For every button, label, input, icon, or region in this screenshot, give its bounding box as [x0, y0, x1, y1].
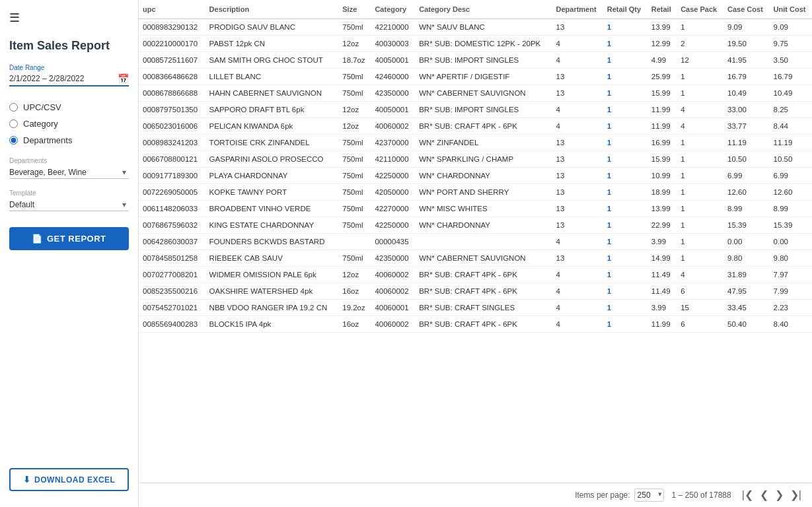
table-cell-category-desc: WN* MISC WHITES	[415, 201, 552, 217]
table-cell-department: 4	[552, 283, 603, 300]
table-cell-category-desc	[415, 234, 552, 250]
template-select[interactable]: Default	[9, 199, 129, 211]
table-cell-upc: 0061148206033	[139, 201, 205, 217]
table-cell-description: HAHN CABERNET SAUVIGNON	[205, 85, 339, 102]
departments-select[interactable]: Beverage, Beer, Wine	[9, 166, 129, 179]
table-cell-case-cost: 16.79	[723, 69, 770, 85]
date-range-input-row[interactable]: 📅	[9, 73, 129, 86]
table-cell-retail-qty: 1	[603, 300, 647, 316]
table-cell-department: 4	[552, 300, 603, 316]
table-cell-description: OAKSHIRE WATERSHED 4pk	[205, 283, 339, 300]
table-cell-case-pack: 1	[677, 69, 723, 85]
date-range-input[interactable]	[9, 74, 118, 83]
table-cell-unit-cost: 7.97	[770, 267, 812, 283]
table-cell-size: 750ml	[338, 69, 371, 85]
table-cell-retail-qty: 1	[603, 168, 647, 184]
table-cell-unit-cost: 16.79	[770, 69, 812, 85]
table-cell-category: 42250000	[371, 217, 415, 234]
table-cell-size: 750ml	[338, 184, 371, 201]
table-cell-case-pack: 1	[677, 151, 723, 168]
table-cell-department: 4	[552, 36, 603, 52]
table-row: 0070277008201WIDMER OMISSION PALE 6pk12o…	[139, 267, 812, 283]
table-cell-case-cost: 6.99	[723, 168, 770, 184]
sidebar: ☰ Item Sales Report Date Range 📅 UPC/CSV…	[0, 0, 139, 507]
table-cell-retail-qty: 1	[603, 36, 647, 52]
next-page-button[interactable]: ❯	[772, 489, 786, 502]
table-cell-retail: 22.99	[647, 217, 677, 234]
per-page-select[interactable]: 250 50 100 500	[634, 489, 664, 502]
table-cell-unit-cost: 0.00	[770, 234, 812, 250]
table-cell-description: GASPARINI ASOLO PROSECCO	[205, 151, 339, 168]
radio-departments[interactable]: Departments	[9, 135, 129, 145]
table-cell-size: 12oz	[338, 36, 371, 52]
calendar-icon[interactable]: 📅	[118, 73, 129, 84]
col-department: Department	[552, 0, 603, 19]
table-cell-category-desc: BR* SUB: CRAFT 4PK - 6PK	[415, 283, 552, 300]
last-page-button[interactable]: ❯|	[788, 489, 804, 502]
get-report-button[interactable]: 📄 GET REPORT	[9, 227, 129, 250]
table-row: 0065023016006PELICAN KIWANDA 6pk12oz4006…	[139, 118, 812, 135]
table-cell-retail: 11.99	[647, 102, 677, 118]
hamburger-icon[interactable]: ☰	[9, 11, 20, 25]
table-cell-retail: 10.99	[647, 168, 677, 184]
table-cell-retail: 11.49	[647, 283, 677, 300]
table-cell-department: 13	[552, 19, 603, 36]
table-row: 0008797501350SAPPORO DRAFT BTL 6pk12oz40…	[139, 102, 812, 118]
col-retail: Retail	[647, 0, 677, 19]
table-wrapper[interactable]: upc Description Size Category Category D…	[139, 0, 812, 483]
table-cell-case-cost: 33.77	[723, 118, 770, 135]
table-cell-case-pack: 1	[677, 19, 723, 36]
table-cell-unit-cost: 11.19	[770, 135, 812, 151]
table-cell-retail: 4.99	[647, 52, 677, 69]
table-cell-case-cost: 19.50	[723, 36, 770, 52]
table-cell-upc: 0075452701021	[139, 300, 205, 316]
table-cell-case-pack: 1	[677, 168, 723, 184]
table-cell-retail-qty: 1	[603, 184, 647, 201]
table-cell-category: 40060002	[371, 267, 415, 283]
table-cell-department: 13	[552, 135, 603, 151]
table-cell-category: 42050000	[371, 184, 415, 201]
table-cell-size: 750ml	[338, 168, 371, 184]
table-cell-retail: 13.99	[647, 201, 677, 217]
radio-upc-csv[interactable]: UPC/CSV	[9, 102, 129, 112]
table-cell-department: 4	[552, 316, 603, 333]
first-page-button[interactable]: |❮	[739, 489, 756, 502]
table-cell-retail: 3.99	[647, 234, 677, 250]
prev-page-button[interactable]: ❮	[757, 489, 771, 502]
table-row: 0008983241203TORTOISE CRK ZINFANDEL750ml…	[139, 135, 812, 151]
table-cell-case-cost: 9.80	[723, 250, 770, 267]
table-cell-case-pack: 1	[677, 135, 723, 151]
table-cell-department: 4	[552, 102, 603, 118]
table-cell-description: FOUNDERS BCKWDS BASTARD	[205, 234, 339, 250]
table-cell-case-cost: 50.40	[723, 316, 770, 333]
table-cell-case-pack: 4	[677, 118, 723, 135]
table-cell-department: 13	[552, 168, 603, 184]
table-cell-department: 4	[552, 118, 603, 135]
download-excel-button[interactable]: ⬇ DOWNLOAD EXCEL	[9, 468, 129, 491]
table-cell-retail-qty: 1	[603, 217, 647, 234]
table-cell-description: PRODIGO SAUV BLANC	[205, 19, 339, 36]
table-cell-case-pack: 1	[677, 85, 723, 102]
table-cell-retail-qty: 1	[603, 267, 647, 283]
table-cell-description: SAM SMITH ORG CHOC STOUT	[205, 52, 339, 69]
table-cell-category: 42370000	[371, 135, 415, 151]
table-cell-category-desc: WN* SAUV BLANC	[415, 19, 552, 36]
table-cell-retail-qty: 1	[603, 69, 647, 85]
table-row: 0066708800121GASPARINI ASOLO PROSECCO750…	[139, 151, 812, 168]
table-cell-case-pack: 1	[677, 184, 723, 201]
table-cell-size: 750ml	[338, 135, 371, 151]
table-cell-upc: 0085235500216	[139, 283, 205, 300]
table-cell-retail: 25.99	[647, 69, 677, 85]
table-cell-upc: 0065023016006	[139, 118, 205, 135]
table-cell-category: 40050001	[371, 52, 415, 69]
table-row: 0072269050005KOPKE TAWNY PORT750ml420500…	[139, 184, 812, 201]
template-section: Template Default	[0, 184, 138, 217]
table-cell-case-pack: 12	[677, 52, 723, 69]
radio-category[interactable]: Category	[9, 119, 129, 129]
table-cell-retail-qty: 1	[603, 102, 647, 118]
document-icon: 📄	[32, 234, 43, 244]
table-row: 0085235500216OAKSHIRE WATERSHED 4pk16oz4…	[139, 283, 812, 300]
date-range-label: Date Range	[9, 64, 129, 71]
table-cell-description: PELICAN KIWANDA 6pk	[205, 118, 339, 135]
table-cell-unit-cost: 7.99	[770, 283, 812, 300]
